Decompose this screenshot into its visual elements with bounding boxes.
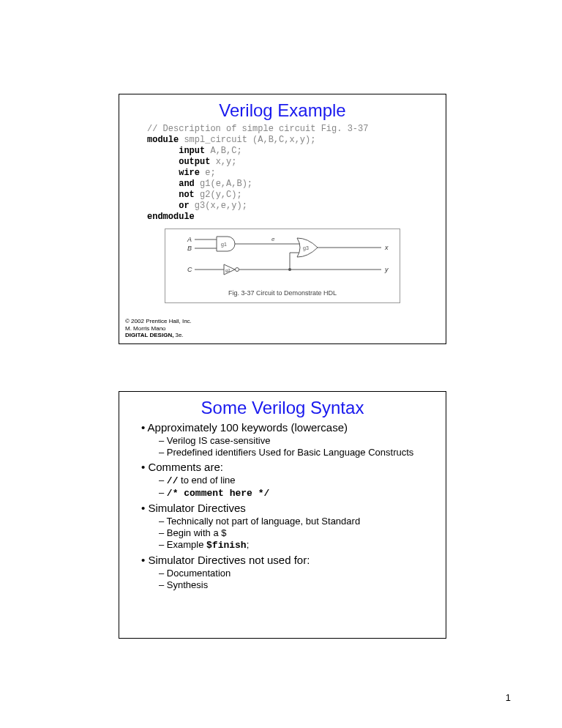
svg-text:B: B xyxy=(187,245,192,252)
svg-text:g1: g1 xyxy=(221,242,227,248)
kw-wire: wire xyxy=(179,168,200,178)
svg-text:g3: g3 xyxy=(303,245,309,251)
sub-comment-line: // to end of line xyxy=(159,475,446,486)
svg-point-10 xyxy=(236,268,239,272)
bullet-not-used: Simulator Directives not used for: xyxy=(141,554,446,566)
copyright-line1: © 2002 Prentice Hall, Inc. xyxy=(125,318,192,325)
svg-text:y: y xyxy=(384,266,389,273)
kw-input: input xyxy=(179,146,205,156)
code-comment: // Description of simple circuit Fig. 3-… xyxy=(147,124,368,134)
kw-endmodule: endmodule xyxy=(147,212,195,222)
kw-module: module xyxy=(147,135,179,145)
figure-caption: Fig. 3-37 Circuit to Demonstrate HDL xyxy=(165,289,400,297)
svg-text:A: A xyxy=(187,236,192,243)
bullet-comments: Comments are: xyxy=(141,461,446,473)
sub-identifiers: Predefined identifiers Used for Basic La… xyxy=(159,447,446,458)
kw-not: not xyxy=(179,190,195,200)
slide-verilog-example: Verilog Example // Description of simple… xyxy=(119,94,446,344)
svg-text:x: x xyxy=(384,244,389,251)
slide-verilog-syntax: Some Verilog Syntax Approximately 100 ke… xyxy=(119,391,446,639)
copyright-line2: M. Morris Mano xyxy=(125,325,192,333)
sub-dollar: Begin with a $ xyxy=(159,527,446,538)
copyright-line3: DIGITAL DESIGN, 3e. xyxy=(125,332,192,339)
kw-or: or xyxy=(179,201,189,211)
kw-and: and xyxy=(179,179,195,189)
bullet-directives: Simulator Directives xyxy=(141,502,446,514)
svg-text:e: e xyxy=(271,236,275,242)
bullet-keywords: Approximately 100 keywords (lowercase) xyxy=(141,421,446,434)
page-number: 1 xyxy=(506,692,511,703)
svg-text:g2: g2 xyxy=(225,268,231,272)
copyright-block: © 2002 Prentice Hall, Inc. M. Morris Man… xyxy=(125,318,192,339)
sub-comment-block: /* comment here */ xyxy=(159,487,446,499)
code-block: // Description of simple circuit Fig. 3-… xyxy=(147,124,446,223)
sub-doc: Documentation xyxy=(159,568,446,579)
svg-text:C: C xyxy=(187,266,192,273)
slide2-title: Some Verilog Syntax xyxy=(119,398,446,418)
sub-finish: Example $finish; xyxy=(159,539,446,551)
sub-case-sensitive: Verilog IS case-sensitive xyxy=(159,435,446,446)
slide1-title: Verilog Example xyxy=(119,100,446,121)
circuit-diagram: g1 A B e g3 x g2 C y Fig xyxy=(165,229,400,303)
sub-synth: Synthesis xyxy=(159,579,446,590)
sub-not-part: Technically not part of language, but St… xyxy=(159,516,446,527)
kw-output: output xyxy=(179,157,210,167)
svg-point-18 xyxy=(288,268,291,271)
bullet-list: Approximately 100 keywords (lowercase) V… xyxy=(141,421,446,590)
